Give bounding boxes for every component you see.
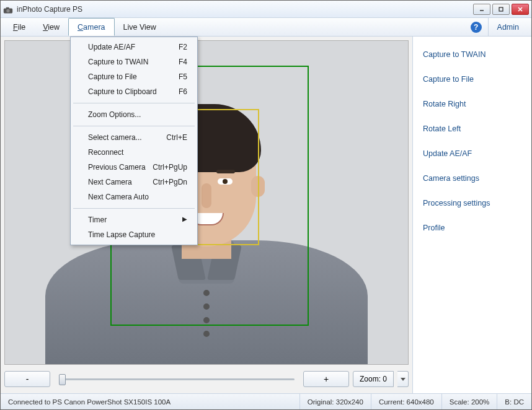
zoom-in-button[interactable]: + bbox=[303, 371, 349, 387]
status-bdc: B: DC bbox=[497, 394, 531, 409]
menu-camera[interactable]: Camera bbox=[68, 18, 114, 36]
status-scale: Scale: 200% bbox=[442, 394, 498, 409]
titlebar: inPhoto Capture PS bbox=[1, 1, 531, 18]
submenu-arrow-icon: ▶ bbox=[182, 216, 187, 224]
content-area: - + Zoom: 0 Capture to TWAIN Capture to … bbox=[1, 37, 531, 393]
status-connection: Connected to PS Canon PowerShot SX150IS … bbox=[1, 394, 300, 409]
menubar: File View Camera Live View ? Admin bbox=[1, 18, 531, 37]
action-capture-file[interactable]: Capture to File bbox=[423, 75, 521, 84]
svg-point-2 bbox=[6, 9, 9, 12]
zoom-slider-thumb[interactable] bbox=[59, 374, 66, 385]
action-update-ae-af[interactable]: Update AE/AF bbox=[423, 149, 521, 158]
action-rotate-right[interactable]: Rotate Right bbox=[423, 100, 521, 108]
svg-rect-1 bbox=[6, 7, 9, 9]
zoom-value-button[interactable]: Zoom: 0 bbox=[353, 371, 394, 387]
preview-pane: - + Zoom: 0 bbox=[1, 37, 412, 393]
status-current: Current: 640x480 bbox=[371, 394, 442, 409]
window-controls bbox=[473, 4, 529, 15]
app-window: inPhoto Capture PS File View Camera Live… bbox=[0, 0, 532, 410]
menu-next-camera[interactable]: Next CameraCtrl+PgDn bbox=[71, 175, 197, 190]
live-preview bbox=[4, 40, 409, 365]
menu-reconnect[interactable]: Reconnect bbox=[71, 145, 197, 160]
menu-time-lapse[interactable]: Time Lapse Capture bbox=[71, 227, 197, 242]
status-original: Original: 320x240 bbox=[300, 394, 371, 409]
zoom-controls: - + Zoom: 0 bbox=[4, 369, 409, 390]
menu-capture-twain[interactable]: Capture to TWAINF4 bbox=[71, 55, 197, 69]
maximize-button[interactable] bbox=[492, 4, 510, 15]
action-rotate-left[interactable]: Rotate Left bbox=[423, 124, 521, 133]
action-capture-twain[interactable]: Capture to TWAIN bbox=[423, 50, 521, 59]
window-title: inPhoto Capture PS bbox=[17, 5, 473, 14]
zoom-out-button[interactable]: - bbox=[4, 371, 50, 387]
menu-capture-clipboard[interactable]: Capture to ClipboardF6 bbox=[71, 84, 197, 99]
menu-previous-camera[interactable]: Previous CameraCtrl+PgUp bbox=[71, 160, 197, 175]
action-processing-settings[interactable]: Processing settings bbox=[423, 199, 521, 207]
statusbar: Connected to PS Canon PowerShot SX150IS … bbox=[1, 393, 531, 409]
minimize-button[interactable] bbox=[473, 4, 490, 15]
action-camera-settings[interactable]: Camera settings bbox=[423, 174, 521, 183]
action-profile[interactable]: Profile bbox=[423, 224, 521, 232]
menu-timer[interactable]: Timer▶ bbox=[71, 212, 197, 227]
menu-liveview[interactable]: Live View bbox=[115, 18, 165, 36]
menu-file[interactable]: File bbox=[4, 18, 34, 36]
menu-select-camera[interactable]: Select camera...Ctrl+E bbox=[71, 130, 197, 145]
help-icon[interactable]: ? bbox=[471, 22, 482, 33]
menu-update-ae-af[interactable]: Update AE/AFF2 bbox=[71, 40, 197, 55]
zoom-dropdown-button[interactable] bbox=[397, 371, 409, 387]
svg-rect-4 bbox=[499, 7, 503, 11]
menu-capture-file[interactable]: Capture to FileF5 bbox=[71, 69, 197, 84]
action-sidebar: Capture to TWAIN Capture to File Rotate … bbox=[412, 37, 531, 393]
close-button[interactable] bbox=[512, 4, 529, 15]
camera-menu-dropdown: Update AE/AFF2 Capture to TWAINF4 Captur… bbox=[70, 37, 198, 245]
menu-view[interactable]: View bbox=[34, 18, 68, 36]
zoom-slider[interactable] bbox=[54, 378, 299, 380]
app-icon bbox=[3, 6, 13, 13]
menu-next-camera-auto[interactable]: Next Camera Auto bbox=[71, 190, 197, 204]
menu-admin[interactable]: Admin bbox=[488, 18, 528, 36]
menu-zoom-options[interactable]: Zoom Options... bbox=[71, 107, 197, 122]
